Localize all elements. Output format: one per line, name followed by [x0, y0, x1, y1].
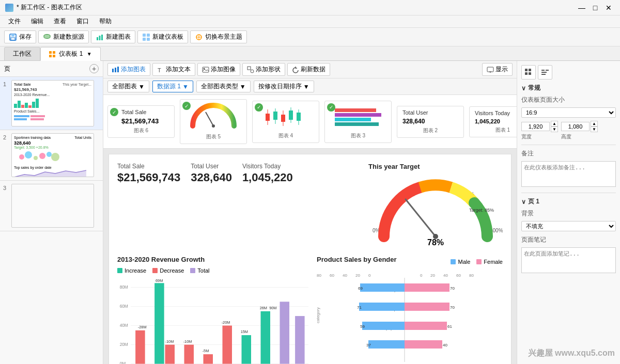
legend-female: Female — [476, 259, 503, 265]
svg-text:-28M: -28M — [138, 325, 147, 329]
stat-total-sale: Total Sale $21,569,743 — [117, 163, 180, 247]
action-bar-left: 添加图表 T 添加文本 添加图像 添加形状 刷新数据 — [107, 63, 330, 76]
settings-icon — [541, 69, 549, 76]
right-panel: ∨ 常规 仪表板页面大小 16:9 ▲ ▼ 宽度 — [517, 61, 620, 364]
carousel-chart-5[interactable]: ✓ 图表 5 — [180, 99, 247, 144]
width-input[interactable] — [521, 122, 550, 131]
page-item-2[interactable]: 2 Sportmen training data Total Units 328… — [0, 130, 103, 181]
close-button[interactable]: ✕ — [602, 2, 615, 14]
svg-text:20M: 20M — [120, 342, 128, 347]
section-general-label: 常规 — [528, 84, 540, 92]
menu-view[interactable]: 查看 — [50, 16, 70, 27]
dashboard-size-row: 仪表板页面大小 — [521, 96, 616, 104]
svg-rect-49 — [297, 113, 301, 121]
section-general-header[interactable]: ∨ 常规 — [521, 84, 616, 92]
pages-panel: 页 + 1 Total Sale This year Target... $21… — [0, 61, 103, 364]
svg-text:69M: 69M — [156, 278, 163, 283]
svg-text:20: 20 — [430, 273, 435, 278]
filter-all-charts[interactable]: 全部图表 ▼ — [107, 81, 149, 92]
bg-select[interactable]: 不填充 — [521, 221, 616, 231]
carousel-chart-4[interactable]: ✓ 图表 4 — [252, 101, 319, 143]
carousel-chart-6[interactable]: ✓ Total Sale $21,569,743 图表 6 — [107, 105, 175, 138]
filter-sort[interactable]: 按修改日期排序 ▼ — [254, 81, 314, 92]
svg-rect-18 — [14, 118, 27, 120]
page-item-1[interactable]: 1 Total Sale This year Target... $21,569… — [0, 77, 103, 130]
note-textarea[interactable] — [521, 161, 616, 187]
width-up-button[interactable]: ▲ — [551, 121, 558, 126]
new-chart-button[interactable]: 新建图表 — [91, 30, 135, 43]
height-down-button[interactable]: ▼ — [591, 126, 598, 132]
switch-theme-button[interactable]: 切换布景主题 — [190, 30, 247, 43]
add-shape-button[interactable]: 添加形状 — [242, 63, 285, 76]
add-text-button[interactable]: T 添加文本 — [152, 63, 195, 76]
svg-point-39 — [212, 124, 215, 128]
height-up-button[interactable]: ▲ — [591, 121, 598, 126]
height-input[interactable] — [561, 122, 590, 131]
total-user-value: 328,640 — [191, 171, 232, 184]
filter-chart-type[interactable]: 全部图表类型 ▼ — [196, 81, 251, 92]
divider-1 — [521, 145, 616, 145]
menu-help[interactable]: 帮助 — [95, 16, 116, 27]
svg-rect-41 — [266, 114, 270, 121]
display-button[interactable]: 显示 — [482, 63, 513, 76]
svg-rect-75 — [154, 283, 164, 363]
panel-grid-icon-btn[interactable] — [521, 65, 536, 80]
menu-file[interactable]: 文件 — [4, 16, 25, 27]
title-bar: * 新工作区 - 图表工作区 — □ ✕ — [0, 0, 620, 15]
svg-rect-137 — [541, 70, 545, 71]
gender-chart-title: Product Sales by Gender — [317, 256, 397, 263]
filter-type-icon: ▼ — [240, 83, 246, 90]
svg-text:15M: 15M — [241, 329, 248, 334]
panel-settings-icon-btn[interactable] — [538, 65, 552, 80]
gender-chart-header: Product Sales by Gender Male Female — [317, 256, 503, 267]
svg-point-34 — [251, 70, 254, 73]
svg-rect-6 — [101, 35, 103, 40]
increase-dot — [117, 268, 122, 273]
tab-dropdown-icon[interactable]: ▼ — [87, 51, 92, 57]
svg-rect-43 — [273, 112, 277, 120]
carousel-chart-3[interactable]: ✓ 图表 3 — [324, 101, 392, 143]
page-note-textarea[interactable] — [521, 247, 616, 273]
new-dashboard-button[interactable]: 新建仪表板 — [137, 30, 188, 43]
svg-rect-79 — [184, 345, 194, 364]
svg-text:80M: 80M — [120, 284, 128, 290]
svg-text:40: 40 — [343, 273, 347, 278]
carousel-chart-2[interactable]: Total User 328,640 图表 2 — [397, 106, 464, 138]
svg-rect-5 — [99, 36, 101, 40]
tab-dashboard[interactable]: 仪表板 1 ▼ — [40, 47, 101, 61]
svg-rect-133 — [525, 69, 528, 71]
svg-rect-53 — [335, 113, 361, 117]
total-user-label: Total User — [191, 163, 232, 170]
page-thumbnail-3 — [11, 184, 94, 228]
page-item-3[interactable]: 3 — [0, 181, 103, 231]
new-datasource-button[interactable]: 新建数据源 — [38, 30, 89, 43]
svg-rect-16 — [14, 115, 29, 117]
minimize-button[interactable]: — — [576, 2, 588, 14]
gender-legend: Male Female — [451, 259, 503, 265]
save-icon — [9, 33, 17, 41]
tab-workspace[interactable]: 工作区 — [4, 47, 40, 60]
width-down-button[interactable]: ▼ — [551, 126, 558, 132]
refresh-button[interactable]: 刷新数据 — [287, 63, 330, 76]
female-dot — [476, 259, 482, 264]
add-page-button[interactable]: + — [89, 64, 99, 73]
menu-edit[interactable]: 编辑 — [27, 16, 48, 27]
dashboard-size-label: 仪表板页面大小 — [521, 96, 565, 104]
section-page1-header[interactable]: ∨ 页 1 — [521, 197, 616, 206]
section-page1-chevron: ∨ — [521, 198, 526, 205]
size-ratio-select[interactable]: 16:9 — [521, 107, 616, 118]
menu-window[interactable]: 窗口 — [72, 16, 93, 27]
menu-bar: 文件 编辑 查看 窗口 帮助 — [0, 15, 620, 28]
svg-point-25 — [51, 153, 59, 161]
svg-rect-4 — [97, 37, 98, 40]
add-image-button[interactable]: 添加图像 — [197, 63, 240, 76]
filter-sort-icon: ▼ — [303, 83, 309, 90]
add-chart-button[interactable]: 添加图表 — [107, 63, 150, 76]
save-button[interactable]: 保存 — [4, 30, 36, 43]
svg-rect-140 — [546, 70, 549, 71]
restore-button[interactable]: □ — [589, 2, 601, 14]
svg-rect-85 — [242, 335, 252, 364]
filter-datasource[interactable]: 数据源 1 ▼ — [152, 81, 193, 92]
chart4-check: ✓ — [255, 103, 263, 112]
carousel-chart-1[interactable]: Visitors Today 1,045,220 图表 1 — [469, 106, 517, 137]
